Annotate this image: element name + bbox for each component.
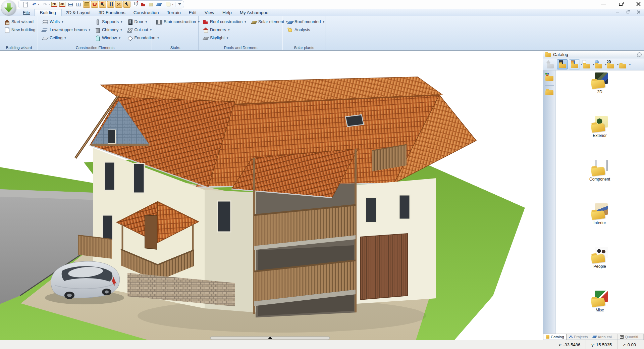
supports-icon [95,19,100,24]
group-label-stairs: Stairs [152,46,198,50]
tab-quantities[interactable]: Quantiti... [618,334,644,340]
menu-2d-layout[interactable]: 2D & Layout [62,9,95,16]
transfer-view-button[interactable] [131,1,139,8]
3d-viewport[interactable] [0,51,543,340]
menu-help[interactable]: Help [218,9,236,16]
menu-3d-functions[interactable]: 3D Functions [95,9,129,16]
minimize-button[interactable] [600,0,607,8]
close-icon [636,2,641,6]
catalog-plain-folder-button[interactable] [544,88,554,98]
menu-building[interactable]: Building [34,9,62,16]
split-horizontal-button[interactable] [67,1,74,8]
window-controls [600,0,642,8]
grid-toggle-button[interactable] [83,1,90,8]
title-bar: ↶ ↷ 2D 3D [0,0,644,9]
ceiling-icon [42,36,48,41]
catalog-web-button[interactable]: ▾ [593,59,604,69]
select-tool-button[interactable] [123,1,130,8]
hatch-button[interactable] [147,1,155,8]
new-building-button[interactable]: New building [3,26,37,34]
analysis-button[interactable]: Analysis [286,26,326,34]
roof-plane-button[interactable] [155,1,163,8]
menu-my-ashampoo[interactable]: My Ashampoo [236,9,273,16]
skylight-icon [203,36,208,41]
catalog-item-exterior[interactable]: Exterior [581,116,618,138]
roof-construction-icon [203,19,208,24]
dormers-button[interactable]: Dormers [201,26,248,34]
beams-button[interactable]: Lower/upper beams [41,26,91,34]
doc-close-button[interactable] [636,10,641,14]
window-button[interactable]: Window [93,34,124,42]
folder-misc-icon [591,291,609,307]
snap-toggle-button[interactable] [91,1,98,8]
undo-button[interactable]: ↶ [29,1,39,8]
walls-button[interactable]: Walls [41,18,91,26]
folder-interior-icon [591,203,609,219]
hatch-pattern-icon [149,3,153,6]
menu-file[interactable]: File [19,9,34,16]
supports-button[interactable]: Supports [93,18,124,26]
catalog-materials-button[interactable]: ▾ [569,59,580,69]
house-wizard-icon [4,19,10,24]
catalog-up-button[interactable] [545,59,556,69]
ribbon-group-building-wizard: Start wizard New building Building wizar… [0,16,38,50]
doc-minimize-button[interactable] [614,10,620,14]
catalog-item-component[interactable]: Component [581,160,618,182]
window-icon [95,36,100,41]
menu-terrain[interactable]: Terrain [163,9,184,16]
catalog-documents-button[interactable]: ▾ [581,59,592,69]
tab-catalog[interactable]: Catalog [543,334,567,340]
roof-texture-button[interactable] [139,1,147,8]
document-window-controls [614,10,641,14]
catalog-item-interior[interactable]: Interior [581,203,618,225]
catalog-folders-button[interactable]: ▾ [617,59,628,69]
menu-view[interactable]: View [201,9,218,16]
tab-area-calculation[interactable]: Area cal... [590,334,618,340]
catalog-objects-folder-button[interactable] [544,73,554,83]
catalog-objects-button[interactable] [557,59,568,69]
ribbon-group-roofs-dormers: Roof construction Dormers Skylight Solar… [199,16,283,50]
ceiling-button[interactable]: Ceiling [41,34,91,42]
snap-cursor-button[interactable] [99,1,106,8]
menu-construction[interactable]: Construction [129,9,163,16]
catalog-panel: Catalog ▾ ▾ ▾ 2D▾ ▾ 2D Exterio [543,51,644,340]
group-label-construction-elements: Construction Elements [38,46,152,50]
new-file-button[interactable] [21,1,29,8]
status-y-coordinate: y: 15.5035 [586,340,617,349]
catalog-item-misc[interactable]: Misc [581,291,618,312]
roof-construction-button[interactable]: Roof construction [201,18,248,26]
measure-toggle-button[interactable] [115,1,122,8]
view-2d-button[interactable]: 2D [51,1,58,8]
close-button[interactable] [635,0,642,8]
restore-button[interactable] [617,0,625,8]
app-button[interactable] [1,0,16,15]
blue-plane-icon [156,3,162,6]
layers-button[interactable] [163,1,173,8]
catalog-tab-icon [546,335,549,339]
projects-tab-icon [570,336,572,337]
catalog-2d-button[interactable]: 2D▾ [605,59,616,69]
redo-button[interactable]: ↷ [40,1,50,8]
magnet-icon [93,3,97,6]
catalog-item-people[interactable]: People [581,247,618,269]
doc-restore-icon [627,11,629,13]
view-3d-button[interactable]: 3D [59,1,66,8]
catalog-item-2d[interactable]: 2D [581,72,618,94]
skylight-button[interactable]: Skylight [201,34,248,42]
doc-restore-button[interactable] [625,10,631,14]
2d-view-icon: 2D [51,2,57,7]
tab-projects[interactable]: Projects [567,334,590,340]
split-vertical-button[interactable] [75,1,82,8]
catalog-toolbar: ▾ ▾ ▾ 2D▾ ▾ [543,58,644,70]
roof-mounted-button[interactable]: Roof mounted [286,18,326,26]
catalog-side-strip [543,70,556,334]
viewport-scrollbar[interactable] [210,337,330,340]
toolbar-overflow-button[interactable] [178,3,181,6]
menu-edit[interactable]: Edit [185,9,201,16]
stair-construction-button[interactable]: Stair construction [155,18,201,26]
chimney-button[interactable]: Chimney [93,26,124,34]
doc-close-icon [637,10,640,14]
start-wizard-button[interactable]: Start wizard [3,18,37,26]
auto-hide-pin-icon[interactable] [637,52,642,57]
guides-toggle-button[interactable] [107,1,114,8]
